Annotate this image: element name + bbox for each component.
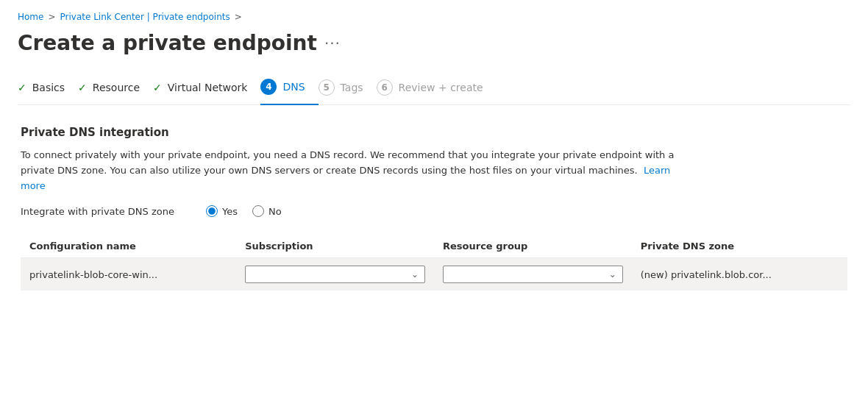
step-review-create[interactable]: 6 Review + create (377, 74, 497, 104)
table-header-row: Configuration name Subscription Resource… (21, 235, 847, 258)
dns-table: Configuration name Subscription Resource… (21, 235, 847, 291)
step-tags[interactable]: 5 Tags (319, 74, 377, 104)
breadcrumb-sep2: > (235, 12, 242, 22)
dns-content: Private DNS integration To connect priva… (18, 126, 850, 291)
breadcrumb-sep1: > (48, 12, 55, 22)
col-header-private-dns: Private DNS zone (632, 235, 847, 258)
step-virtual-network[interactable]: ✓ Virtual Network (153, 76, 260, 102)
section-title: Private DNS integration (21, 126, 847, 139)
col-header-config: Configuration name (21, 235, 236, 258)
cell-subscription[interactable]: ⌄ (236, 258, 434, 291)
step-vnet-check: ✓ (153, 82, 162, 93)
step-basics-label: Basics (32, 82, 65, 93)
cell-config-name: privatelink-blob-core-win... (21, 258, 236, 291)
table-row: privatelink-blob-core-win... ⌄ ⌄ (ne (21, 258, 847, 291)
radio-yes-input[interactable] (206, 205, 218, 217)
step-basics-check: ✓ (18, 82, 26, 93)
col-header-subscription: Subscription (236, 235, 434, 258)
radio-no-input[interactable] (252, 205, 264, 217)
radio-options: Yes No (206, 205, 282, 217)
radio-no-option[interactable]: No (252, 205, 282, 217)
breadcrumb-home[interactable]: Home (18, 12, 43, 22)
integrate-label: Integrate with private DNS zone (21, 206, 182, 217)
cell-private-dns-zone: (new) privatelink.blob.cor... (632, 258, 847, 291)
step-dns-badge: 4 (260, 79, 277, 95)
radio-yes-option[interactable]: Yes (206, 205, 238, 217)
more-options-button[interactable]: ··· (324, 35, 341, 52)
dns-description: To connect privately with your private e… (21, 148, 683, 193)
page-container: Home > Private Link Center | Private end… (0, 0, 868, 420)
radio-no-label[interactable]: No (268, 206, 282, 217)
page-title: Create a private endpoint (18, 31, 317, 55)
wizard-steps: ✓ Basics ✓ Resource ✓ Virtual Network 4 … (18, 73, 850, 105)
step-dns-label: DNS (282, 81, 305, 93)
integrate-dns-row: Integrate with private DNS zone Yes No (21, 205, 847, 217)
page-title-row: Create a private endpoint ··· (18, 31, 850, 55)
breadcrumb-private-link[interactable]: Private Link Center | Private endpoints (60, 12, 230, 22)
step-dns[interactable]: 4 DNS (260, 73, 318, 105)
resource-group-dropdown[interactable]: ⌄ (443, 266, 623, 283)
cell-resource-group[interactable]: ⌄ (434, 258, 632, 291)
resource-group-chevron-icon: ⌄ (609, 269, 616, 280)
col-header-resource-group: Resource group (434, 235, 632, 258)
subscription-chevron-icon: ⌄ (411, 269, 419, 280)
step-resource-check: ✓ (78, 82, 87, 93)
step-resource-label: Resource (93, 82, 140, 93)
breadcrumb: Home > Private Link Center | Private end… (18, 12, 850, 22)
subscription-dropdown[interactable]: ⌄ (245, 266, 425, 283)
step-review-label: Review + create (399, 82, 483, 93)
step-review-badge: 6 (377, 79, 393, 96)
radio-yes-label[interactable]: Yes (222, 206, 238, 217)
step-tags-label: Tags (341, 82, 363, 93)
step-basics[interactable]: ✓ Basics (18, 76, 78, 102)
step-vnet-label: Virtual Network (168, 82, 248, 93)
step-resource[interactable]: ✓ Resource (78, 76, 153, 102)
step-tags-badge: 5 (319, 79, 335, 96)
